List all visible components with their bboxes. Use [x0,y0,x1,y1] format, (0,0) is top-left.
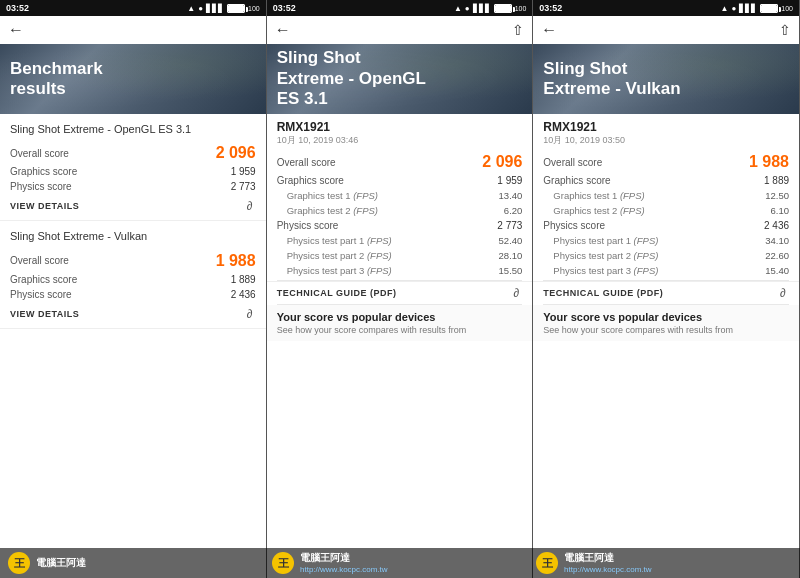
s3-graphics-value: 1 889 [764,175,789,186]
scores-section-3: Overall score 1 988 Graphics score 1 889… [533,149,799,280]
s3-overall-row: Overall score 1 988 [543,151,789,173]
battery-icon-2 [494,4,512,13]
vulkan-physics-row: Physics score 2 436 [10,287,256,302]
status-bar-2: 03:52 ▲ ● ▋▋▋ 100 [267,0,533,16]
opengl-section: Sling Shot Extreme - OpenGL ES 3.1 Overa… [0,114,266,221]
s2-graphics-label: Graphics score [277,175,344,186]
s3-pt1-label: Physics test part 1 (FPS) [543,235,658,246]
s2-gt2-label: Graphics test 2 (FPS) [277,205,378,216]
content-3: RMX1921 10月 10, 2019 03:50 Overall score… [533,114,799,578]
opengl-graphics-row: Graphics score 1 959 [10,164,256,179]
battery-icon-3 [760,4,778,13]
tech-guide-text-3[interactable]: TECHNICAL GUIDE (PDF) [543,288,663,298]
s3-pt1-row: Physics test part 1 (FPS) 34.10 [543,233,789,248]
vulkan-physics-label: Physics score [10,289,72,300]
s3-gt1-value: 12.50 [765,190,789,201]
device-name-3: RMX1921 [543,120,789,134]
s3-pt3-row: Physics test part 3 (FPS) 15.40 [543,263,789,278]
vulkan-section: Sling Shot Extreme - Vulkan Overall scor… [0,221,266,328]
status-time-2: 03:52 [273,3,296,13]
watermark-logo-2: 王 [272,552,294,574]
status-icons-2: ▲ ● ▋▋▋ 100 [454,4,526,13]
hero-title-3: Sling ShotExtreme - Vulkan [543,59,680,100]
back-button-1[interactable]: ← [8,21,24,39]
status-bar-3: 03:52 ▲ ● ▋▋▋ 100 [533,0,799,16]
s3-overall-value: 1 988 [749,153,789,171]
s3-graphics-label: Graphics score [543,175,610,186]
opengl-overall-value: 2 096 [216,144,256,162]
s2-pt3-label: Physics test part 3 (FPS) [277,265,392,276]
s2-gt1-row: Graphics test 1 (FPS) 13.40 [277,188,523,203]
app-bar-2: ← ⇧ [267,16,533,44]
s3-physics-label: Physics score [543,220,605,231]
opengl-physics-label: Physics score [10,181,72,192]
s2-gt2-value: 6.20 [504,205,523,216]
vulkan-title: Sling Shot Extreme - Vulkan [10,229,256,243]
s2-pt2-label: Physics test part 2 (FPS) [277,250,392,261]
s2-physics-value: 2 773 [497,220,522,231]
s2-gt2-row: Graphics test 2 (FPS) 6.20 [277,203,523,218]
s3-gt2-row: Graphics test 2 (FPS) 6.10 [543,203,789,218]
battery-fill-1 [228,5,244,12]
s2-gt1-value: 13.40 [499,190,523,201]
s3-graphics-row: Graphics score 1 889 [543,173,789,188]
s3-pt2-value: 22.60 [765,250,789,261]
s3-pt3-value: 15.40 [765,265,789,276]
vulkan-view-details-row: VIEW DETAILS ∂ [10,302,256,324]
tech-share-icon-3[interactable]: ∂ [777,287,789,299]
status-icons-1: ▲ ● ▋▋▋ 100 [187,4,259,13]
vulkan-overall-label: Overall score [10,255,69,266]
s2-pt3-row: Physics test part 3 (FPS) 15.50 [277,263,523,278]
opengl-physics-value: 2 773 [231,181,256,192]
hero-title-1: Benchmarkresults [10,59,103,100]
s2-pt2-value: 28.10 [499,250,523,261]
device-date-2: 10月 10, 2019 03:46 [277,134,523,147]
s3-pt1-value: 34.10 [765,235,789,246]
share-header-icon-3[interactable]: ⇧ [779,22,791,38]
popular-section-2: Your score vs popular devices See how yo… [267,305,533,341]
view-details-text-1[interactable]: VIEW DETAILS [10,201,79,211]
hero-area-1: Benchmarkresults [0,44,266,114]
device-info-3: RMX1921 10月 10, 2019 03:50 [533,114,799,149]
s2-graphics-value: 1 959 [497,175,522,186]
s2-physics-row: Physics score 2 773 [277,218,523,233]
signal-bars-2: ▋▋▋ [473,4,491,13]
opengl-overall-row: Overall score 2 096 [10,142,256,164]
popular-subtitle-2: See how your score compares with results… [277,325,523,335]
app-bar-3: ← ⇧ [533,16,799,44]
share-header-icon-2[interactable]: ⇧ [512,22,524,38]
tech-share-icon-2[interactable]: ∂ [510,287,522,299]
s3-pt2-row: Physics test part 2 (FPS) 22.60 [543,248,789,263]
vulkan-physics-value: 2 436 [231,289,256,300]
screens-container: 03:52 ▲ ● ▋▋▋ 100 ← Benchmarkresults Sli… [0,0,800,578]
opengl-overall-label: Overall score [10,148,69,159]
content-2: RMX1921 10月 10, 2019 03:46 Overall score… [267,114,533,578]
tech-guide-row-3: TECHNICAL GUIDE (PDF) ∂ [533,281,799,304]
screen-3: 03:52 ▲ ● ▋▋▋ 100 ← ⇧ Sling ShotExtreme … [533,0,800,578]
s3-physics-value: 2 436 [764,220,789,231]
share-icon-2[interactable]: ∂ [244,308,256,320]
popular-subtitle-3: See how your score compares with results… [543,325,789,335]
wifi-icon-1: ▲ [187,4,195,13]
s2-pt1-value: 52.40 [499,235,523,246]
s3-gt2-label: Graphics test 2 (FPS) [543,205,644,216]
s2-gt1-label: Graphics test 1 (FPS) [277,190,378,201]
view-details-text-2[interactable]: VIEW DETAILS [10,309,79,319]
battery-fill-3 [761,5,777,12]
share-icon-1[interactable]: ∂ [244,200,256,212]
vulkan-overall-value: 1 988 [216,252,256,270]
battery-text-2: 100 [515,5,527,12]
watermark-logo-3: 王 [536,552,558,574]
device-date-3: 10月 10, 2019 03:50 [543,134,789,147]
back-button-3[interactable]: ← [541,21,557,39]
s2-overall-row: Overall score 2 096 [277,151,523,173]
battery-text-1: 100 [248,5,260,12]
wifi-icon-2: ▲ [454,4,462,13]
s2-graphics-row: Graphics score 1 959 [277,173,523,188]
opengl-graphics-label: Graphics score [10,166,77,177]
back-button-2[interactable]: ← [275,21,291,39]
signal-icon-2: ● [465,4,470,13]
s2-pt3-value: 15.50 [499,265,523,276]
device-name-2: RMX1921 [277,120,523,134]
tech-guide-text-2[interactable]: TECHNICAL GUIDE (PDF) [277,288,397,298]
